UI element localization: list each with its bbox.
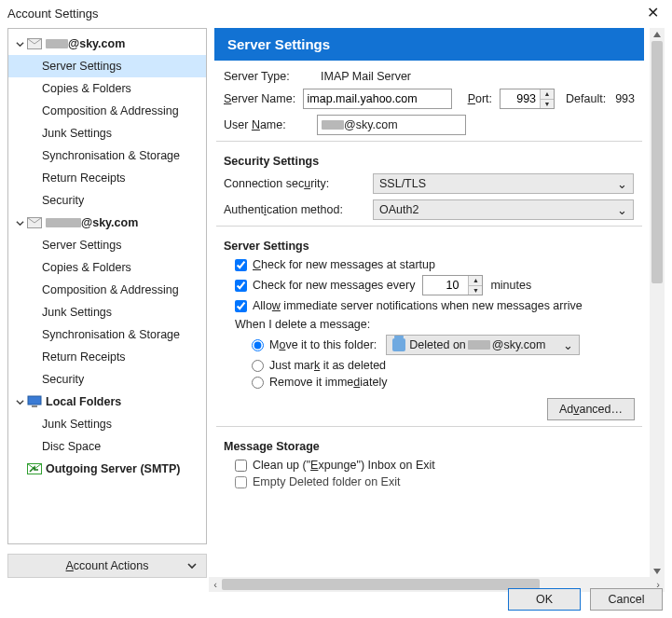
- redacted-text: [322, 120, 344, 130]
- sidebar-item-return-receipts[interactable]: Return Receipts: [8, 346, 206, 368]
- check-every-label-pre: Check for new messages every: [253, 279, 415, 292]
- server-type-label: Server Type:: [224, 70, 317, 83]
- outgoing-label: Outgoing Server (SMTP): [46, 462, 180, 475]
- sidebar-item-label: Synchronisation & Storage: [42, 328, 180, 341]
- sidebar-item-sync[interactable]: Synchronisation & Storage: [8, 144, 206, 167]
- outgoing-server-node[interactable]: Outgoing Server (SMTP): [8, 458, 206, 480]
- mail-icon: [27, 37, 42, 50]
- remove-immediately-label: Remove it immediately: [269, 376, 387, 389]
- mark-deleted-label: Just mark it as deleted: [269, 359, 386, 372]
- user-name-suffix: @sky.com: [344, 118, 398, 131]
- account-tree[interactable]: @sky.com Server Settings Copies & Folder…: [7, 28, 207, 544]
- scrollbar-thumb[interactable]: [222, 579, 540, 590]
- sidebar-item-security[interactable]: Security: [8, 368, 206, 391]
- move-to-folder-radio[interactable]: [252, 339, 264, 351]
- connection-security-select[interactable]: SSL/TLS ⌄: [373, 173, 634, 194]
- connection-security-label: Connection security:: [224, 177, 373, 190]
- account-node-2[interactable]: @sky.com: [8, 212, 206, 234]
- sidebar-item-label: Copies & Folders: [42, 261, 131, 274]
- check-every-checkbox[interactable]: [235, 280, 247, 292]
- server-name-input[interactable]: [303, 89, 452, 109]
- chevron-down-icon: ⌄: [608, 177, 627, 191]
- scrollbar-thumb[interactable]: [651, 41, 663, 283]
- vertical-scrollbar[interactable]: [650, 28, 665, 578]
- chevron-down-icon[interactable]: [14, 396, 25, 407]
- redacted-text: [46, 218, 81, 227]
- port-stepper[interactable]: ▲▼: [500, 89, 555, 109]
- server-name-label: Server Name:: [224, 92, 303, 105]
- chevron-down-icon[interactable]: [14, 217, 25, 228]
- sidebar-item-label: Copies & Folders: [42, 82, 131, 95]
- allow-notifications-checkbox[interactable]: [235, 300, 247, 312]
- authentication-method-label: Authentication method:: [224, 203, 373, 216]
- sidebar-item-return-receipts[interactable]: Return Receipts: [8, 167, 206, 189]
- sidebar-item-label: Junk Settings: [42, 306, 112, 319]
- chevron-down-icon: ⌄: [563, 338, 573, 352]
- account-node-1[interactable]: @sky.com: [8, 33, 206, 55]
- account-actions-label: Account Actions: [66, 559, 149, 572]
- computer-icon: [27, 395, 42, 408]
- chevron-down-icon: ⌄: [608, 203, 627, 217]
- remove-immediately-radio[interactable]: [252, 377, 264, 389]
- local-folders-node[interactable]: Local Folders: [8, 391, 206, 413]
- sidebar-item-sync[interactable]: Synchronisation & Storage: [8, 323, 206, 346]
- check-every-label-post: minutes: [490, 279, 531, 292]
- scroll-left-icon[interactable]: ‹: [209, 579, 222, 590]
- account-actions-button[interactable]: Account Actions: [7, 554, 207, 578]
- sidebar-item-junk[interactable]: Junk Settings: [8, 301, 206, 323]
- advanced-button[interactable]: Advanced…: [547, 398, 635, 420]
- sidebar-item-label: Server Settings: [42, 239, 121, 252]
- svg-rect-2: [28, 396, 41, 405]
- check-interval-input[interactable]: [423, 276, 462, 295]
- svg-rect-3: [32, 405, 37, 407]
- sidebar-item-server-settings[interactable]: Server Settings: [8, 55, 206, 77]
- sidebar-item-copies-folders[interactable]: Copies & Folders: [8, 256, 206, 279]
- window-title: Account Settings: [7, 7, 99, 21]
- expunge-checkbox[interactable]: [235, 460, 247, 472]
- port-input[interactable]: [501, 89, 540, 108]
- sidebar-item-label: Junk Settings: [42, 418, 112, 431]
- sidebar-item-junk[interactable]: Junk Settings: [8, 122, 206, 144]
- empty-deleted-checkbox[interactable]: [235, 476, 247, 488]
- empty-deleted-label: Empty Deleted folder on Exit: [253, 475, 400, 488]
- spin-up-icon[interactable]: ▲: [469, 276, 482, 286]
- sidebar-item-composition[interactable]: Composition & Addressing: [8, 100, 206, 122]
- sidebar-item-disc-space[interactable]: Disc Space: [8, 435, 206, 458]
- sidebar-item-copies-folders[interactable]: Copies & Folders: [8, 77, 206, 100]
- sidebar-item-security[interactable]: Security: [8, 189, 206, 212]
- port-label: Port:: [459, 92, 493, 105]
- account-label-suffix: @sky.com: [68, 37, 125, 50]
- sidebar-item-server-settings[interactable]: Server Settings: [8, 234, 206, 256]
- check-startup-label: Check for new messages at startup: [253, 258, 435, 271]
- spin-up-icon[interactable]: ▲: [541, 89, 554, 100]
- trash-folder-select[interactable]: Deleted on @sky.com ⌄: [386, 335, 580, 355]
- authentication-method-select[interactable]: OAuth2 ⌄: [373, 199, 634, 220]
- expunge-label: Clean up ("Expunge") Inbox on Exit: [253, 459, 435, 472]
- sidebar-item-junk-local[interactable]: Junk Settings: [8, 413, 206, 435]
- cancel-button[interactable]: Cancel: [590, 588, 663, 611]
- sidebar-item-label: Security: [42, 194, 84, 207]
- user-name-input[interactable]: @sky.com: [317, 115, 466, 135]
- server-settings-title: Server Settings: [224, 240, 635, 253]
- server-type-value: IMAP Mail Server: [321, 70, 411, 83]
- spin-down-icon[interactable]: ▼: [469, 286, 482, 295]
- settings-panel: Server Settings Server Type: IMAP Mail S…: [214, 28, 648, 578]
- sidebar-item-label: Junk Settings: [42, 127, 112, 140]
- chevron-down-icon[interactable]: [14, 38, 25, 49]
- default-port-label: Default:: [566, 92, 606, 105]
- sidebar-item-label: Composition & Addressing: [42, 104, 179, 117]
- spin-down-icon[interactable]: ▼: [541, 100, 554, 109]
- check-startup-checkbox[interactable]: [235, 259, 247, 271]
- connection-security-value: SSL/TLS: [379, 177, 426, 190]
- authentication-method-value: OAuth2: [379, 203, 418, 216]
- check-interval-stepper[interactable]: ▲▼: [422, 275, 483, 295]
- ok-button[interactable]: OK: [508, 588, 581, 611]
- close-icon[interactable]: ✕: [641, 4, 665, 22]
- redacted-text: [46, 39, 68, 48]
- chevron-down-icon: [187, 559, 197, 572]
- mark-deleted-radio[interactable]: [252, 360, 264, 372]
- local-folders-label: Local Folders: [46, 395, 121, 408]
- sidebar-item-composition[interactable]: Composition & Addressing: [8, 279, 206, 301]
- sidebar-item-label: Disc Space: [42, 440, 101, 453]
- sidebar-item-label: Composition & Addressing: [42, 283, 179, 296]
